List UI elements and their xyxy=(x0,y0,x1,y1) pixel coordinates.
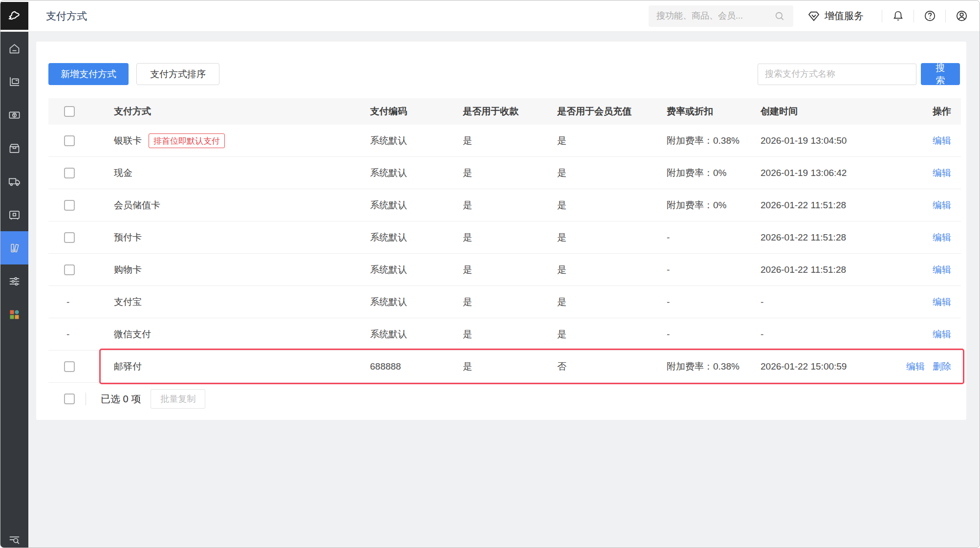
sidebar-item-apps[interactable] xyxy=(0,298,28,331)
table-footer: 已选 0 项 批量复制 xyxy=(48,383,961,415)
payment-name: 会员储值卡 xyxy=(114,199,160,212)
used-for-receive-cell: 是 xyxy=(446,328,539,341)
row-checkbox[interactable] xyxy=(64,264,75,275)
payment-name: 现金 xyxy=(114,167,132,179)
brand-logo[interactable] xyxy=(0,2,28,30)
payment-name: 购物卡 xyxy=(114,263,142,276)
divider xyxy=(86,393,86,405)
column-header: 操作 xyxy=(880,105,961,118)
used-for-receive-cell: 是 xyxy=(446,231,539,244)
row-checkbox-cell: - xyxy=(48,297,99,307)
sidebar-item-home[interactable] xyxy=(0,32,28,65)
sort-payment-methods-button[interactable]: 支付方式排序 xyxy=(136,63,219,85)
add-payment-method-button[interactable]: 新增支付方式 xyxy=(48,63,129,85)
payment-name-cell: 会员储值卡 xyxy=(99,199,353,212)
payment-name: 邮驿付 xyxy=(114,360,142,373)
sidebar-item-truck[interactable] xyxy=(0,165,28,198)
rate-cell: - xyxy=(649,297,741,307)
created-time-cell: 2026-01-19 13:06:42 xyxy=(741,168,880,178)
edit-link[interactable]: 编辑 xyxy=(933,199,951,212)
footer-select-all-checkbox[interactable] xyxy=(64,394,75,404)
value-added-services-button[interactable]: 增值服务 xyxy=(807,9,864,23)
table-row: 预付卡系统默认是是-2026-01-22 11:51:28编辑 xyxy=(48,221,961,254)
global-search-input[interactable] xyxy=(656,11,774,21)
leopard-logo-icon xyxy=(5,7,24,25)
select-all-checkbox[interactable] xyxy=(64,106,75,117)
safe-icon xyxy=(8,208,21,221)
edit-link[interactable]: 编辑 xyxy=(933,328,951,341)
global-search-box[interactable] xyxy=(649,5,793,27)
row-checkbox-cell: - xyxy=(48,329,99,340)
rate-cell: - xyxy=(649,329,741,340)
edit-link[interactable]: 编辑 xyxy=(933,167,951,179)
selected-count-text: 已选 0 项 xyxy=(101,393,141,406)
search-list-icon xyxy=(8,533,21,546)
payment-name: 微信支付 xyxy=(114,328,151,341)
used-for-receive-cell: 是 xyxy=(446,199,539,212)
sidebar-item-cashier[interactable] xyxy=(0,65,28,98)
vas-label: 增值服务 xyxy=(825,9,864,22)
help-button[interactable] xyxy=(922,9,937,23)
row-checkbox[interactable] xyxy=(64,168,75,178)
table-row: -支付宝系统默认是是--编辑 xyxy=(48,286,961,318)
row-checkbox[interactable] xyxy=(64,135,75,146)
edit-link[interactable]: 编辑 xyxy=(906,360,925,373)
delete-link[interactable]: 删除 xyxy=(933,360,951,373)
truck-icon xyxy=(8,175,21,188)
table-row: 购物卡系统默认是是-2026-01-22 11:51:28编辑 xyxy=(48,254,961,286)
payment-methods-table: 支付方式 支付编码 是否用于收款 是否用于会员充值 费率或折扣 创建时间 操作 … xyxy=(48,98,961,415)
actions-cell: 编辑 xyxy=(880,263,961,276)
edit-link[interactable]: 编辑 xyxy=(933,296,951,308)
search-icon xyxy=(774,10,785,22)
payment-code-cell: 系统默认 xyxy=(353,231,446,244)
edit-link[interactable]: 编辑 xyxy=(933,231,951,244)
payment-code-cell: 系统默认 xyxy=(353,328,446,341)
rate-cell: 附加费率：0% xyxy=(649,199,741,212)
top-bar-right: 增值服务 xyxy=(649,5,980,27)
payment-code-cell: 系统默认 xyxy=(353,296,446,308)
payment-name-cell: 现金 xyxy=(99,167,353,179)
column-header: 支付编码 xyxy=(353,105,446,118)
row-checkbox[interactable] xyxy=(64,361,75,372)
actions-cell: 编辑 xyxy=(880,199,961,212)
sidebar-item-books[interactable] xyxy=(0,231,28,264)
payment-name: 支付宝 xyxy=(114,296,142,308)
batch-copy-button[interactable]: 批量复制 xyxy=(151,389,205,409)
cashier-icon xyxy=(8,75,21,88)
row-checkbox[interactable] xyxy=(64,200,75,211)
column-header: 是否用于会员充值 xyxy=(539,105,649,118)
edit-link[interactable]: 编辑 xyxy=(933,134,951,147)
no-checkbox-dash: - xyxy=(64,329,69,340)
notifications-button[interactable] xyxy=(891,9,905,23)
edit-link[interactable]: 编辑 xyxy=(933,263,951,276)
divider xyxy=(882,10,882,22)
sidebar-item-safe[interactable] xyxy=(0,198,28,231)
help-icon xyxy=(923,9,936,22)
payment-code-cell: 系统默认 xyxy=(353,134,446,147)
payment-name-cell: 微信支付 xyxy=(99,328,353,341)
app-window: 支付方式 增值服务 xyxy=(0,0,980,548)
payment-name-cell: 购物卡 xyxy=(99,263,353,276)
payment-method-search-input[interactable] xyxy=(758,64,916,85)
row-checkbox-cell xyxy=(48,264,99,275)
row-checkbox-cell xyxy=(48,232,99,243)
used-for-recharge-cell: 是 xyxy=(539,263,649,276)
table-body: 银联卡排首位即默认支付系统默认是是附加费率：0.38%2026-01-19 13… xyxy=(48,125,961,383)
row-checkbox-cell xyxy=(48,361,99,372)
row-checkbox[interactable] xyxy=(64,232,75,243)
money-icon xyxy=(8,109,21,122)
column-header: 是否用于收款 xyxy=(446,105,539,118)
row-checkbox-cell xyxy=(48,168,99,178)
sidebar-item-package[interactable] xyxy=(0,132,28,165)
divider xyxy=(914,10,914,22)
sidebar-item-sliders[interactable] xyxy=(0,264,28,298)
column-header: 支付方式 xyxy=(99,105,353,118)
sidebar-search-button[interactable] xyxy=(0,528,28,548)
search-button[interactable]: 搜索 xyxy=(921,63,960,85)
package-icon xyxy=(8,142,21,155)
account-button[interactable] xyxy=(954,9,969,23)
row-checkbox-cell xyxy=(48,135,99,146)
actions-cell: 编辑 xyxy=(880,134,961,147)
sidebar-item-money[interactable] xyxy=(0,98,28,132)
books-icon xyxy=(8,241,21,255)
